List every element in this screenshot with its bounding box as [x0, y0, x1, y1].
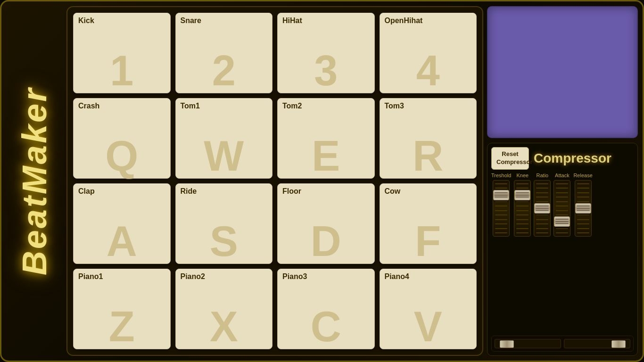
pad-tom1[interactable]: Tom1W	[175, 98, 273, 179]
pad-name-ride: Ride	[181, 188, 197, 195]
bottom-slider-thumb-1[interactable]	[500, 340, 514, 348]
slider-track-attack[interactable]	[553, 180, 570, 237]
slider-line	[516, 214, 528, 215]
slider-line	[577, 183, 589, 184]
slider-line	[536, 214, 548, 215]
slider-line	[495, 188, 507, 189]
slider-line	[516, 223, 528, 224]
pad-name-kick: Kick	[78, 17, 94, 25]
slider-track-knee[interactable]	[514, 180, 531, 237]
slider-line	[536, 192, 548, 193]
slider-track-ratio[interactable]	[534, 180, 551, 237]
thumb-line	[516, 197, 529, 197]
slider-line	[556, 201, 568, 202]
pad-name-piano2: Piano2	[181, 273, 205, 280]
slider-line	[536, 201, 548, 202]
right-panel: ResetCompressor Compressor TresholdKneeR…	[487, 6, 638, 356]
slider-line	[556, 214, 568, 215]
title-section: BeatMaker	[6, 6, 63, 356]
slider-line	[536, 188, 548, 189]
slider-line	[536, 219, 548, 220]
pad-name-tom2: Tom2	[282, 102, 302, 110]
pad-piano2[interactable]: Piano2X	[175, 269, 273, 349]
slider-line	[495, 206, 507, 206]
slider-line	[495, 210, 507, 211]
slider-line	[577, 232, 589, 233]
compressor-title: Compressor	[534, 151, 611, 166]
pad-clap[interactable]: ClapA	[73, 183, 171, 264]
pad-tom2[interactable]: Tom2E	[277, 98, 375, 179]
slider-track-release[interactable]	[575, 180, 592, 237]
pad-open-hihat[interactable]: OpenHihat4	[380, 13, 477, 93]
slider-line	[516, 232, 528, 233]
compressor-section: ResetCompressor Compressor TresholdKneeR…	[487, 143, 638, 356]
pad-key-crash: Q	[78, 137, 165, 175]
slider-track-threshold[interactable]	[493, 180, 510, 237]
thumb-line	[577, 210, 590, 211]
reset-compressor-button[interactable]: ResetCompressor	[491, 147, 529, 170]
pad-key-piano1: Z	[78, 308, 165, 346]
pad-ride[interactable]: RideS	[175, 183, 273, 264]
slider-line	[495, 219, 507, 220]
knob-group-release: Release	[573, 173, 592, 237]
pad-name-hihat: HiHat	[282, 17, 302, 25]
pad-name-clap: Clap	[78, 188, 95, 195]
pad-name-floor: Floor	[282, 188, 301, 195]
slider-line	[495, 201, 507, 202]
pad-piano3[interactable]: Piano3C	[277, 269, 375, 349]
pad-key-snare: 2	[181, 52, 268, 90]
pad-key-tom2: E	[282, 137, 370, 175]
slider-line	[577, 219, 589, 220]
pad-key-piano4: V	[385, 308, 472, 346]
pad-key-ride: S	[181, 222, 268, 261]
slider-line	[577, 228, 589, 229]
slider-line	[495, 183, 507, 184]
bottom-slider-track-2[interactable]	[564, 339, 630, 348]
pad-piano4[interactable]: Piano4V	[380, 269, 477, 349]
slider-line	[536, 228, 548, 229]
slider-thumb-release[interactable]	[575, 203, 591, 214]
app-container: BeatMaker Kick1Snare2HiHat3OpenHihat4Cra…	[0, 0, 644, 362]
slider-thumb-knee[interactable]	[514, 190, 530, 200]
thumb-line	[555, 223, 569, 224]
pad-name-tom1: Tom1	[181, 102, 200, 110]
pad-name-piano3: Piano3	[282, 273, 307, 280]
slider-line	[495, 232, 507, 233]
slider-line	[495, 214, 507, 215]
pad-cow[interactable]: CowF	[380, 183, 477, 264]
knob-group-threshold: Treshold	[491, 173, 511, 237]
slider-thumb-attack[interactable]	[554, 216, 570, 227]
bottom-slider-track-1[interactable]	[495, 339, 561, 348]
slider-line	[556, 197, 568, 197]
pad-piano1[interactable]: Piano1Z	[73, 269, 171, 349]
pad-key-piano2: X	[181, 308, 268, 346]
pad-crash[interactable]: CrashQ	[73, 98, 171, 179]
pad-key-floor: D	[282, 222, 370, 261]
pad-kick[interactable]: Kick1	[73, 13, 171, 93]
slider-line	[577, 214, 589, 215]
pad-hihat[interactable]: HiHat3	[277, 13, 375, 93]
thumb-line	[536, 208, 549, 209]
slider-thumb-ratio[interactable]	[534, 203, 550, 214]
knob-label-knee: Knee	[517, 173, 529, 178]
thumb-line	[495, 197, 508, 197]
knob-label-attack: Attack	[555, 173, 570, 178]
pad-key-cow: F	[385, 222, 472, 261]
thumb-line	[516, 195, 529, 196]
knob-label-ratio: Ratio	[537, 173, 549, 178]
bottom-slider-thumb-2[interactable]	[611, 340, 626, 348]
slider-line	[577, 201, 589, 202]
slider-line	[516, 210, 528, 211]
thumb-line	[536, 206, 549, 206]
slider-line	[556, 228, 568, 229]
slider-line	[516, 219, 528, 220]
pad-key-open-hihat: 4	[385, 52, 472, 90]
slider-thumb-threshold[interactable]	[493, 190, 509, 200]
slider-line	[556, 232, 568, 233]
slider-line	[577, 188, 589, 189]
slider-line	[516, 206, 528, 206]
pad-floor[interactable]: FloorD	[277, 183, 375, 264]
slider-line	[577, 223, 589, 224]
pad-tom3[interactable]: Tom3R	[380, 98, 477, 179]
pad-snare[interactable]: Snare2	[175, 13, 273, 93]
